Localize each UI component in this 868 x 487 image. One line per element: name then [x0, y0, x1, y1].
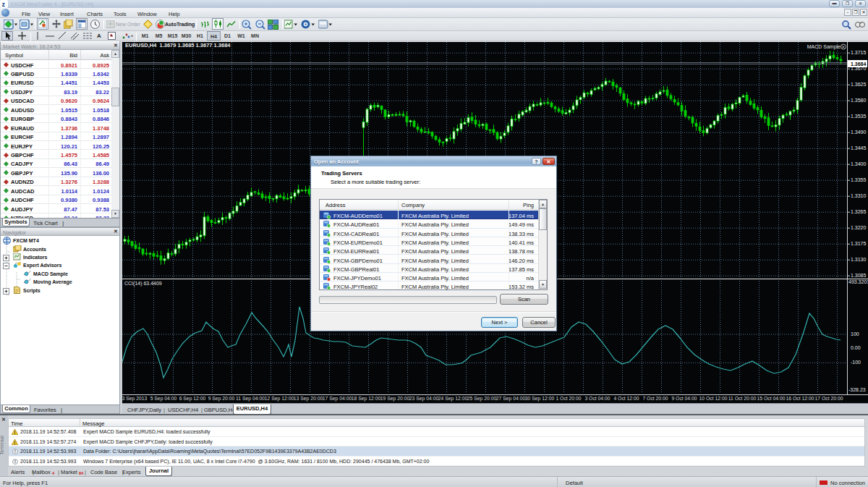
svg-text:1.3220: 1.3220 [851, 225, 867, 230]
svg-text:493.3201: 493.3201 [848, 279, 868, 284]
svg-text:1.3625: 1.3625 [851, 82, 867, 87]
svg-text:1.3580: 1.3580 [851, 98, 867, 103]
svg-text:1 Oct 20:00: 1 Oct 20:00 [556, 396, 581, 401]
svg-text:0.00: 0.00 [851, 345, 861, 350]
svg-text:17 Oct 20:00: 17 Oct 20:00 [815, 396, 843, 401]
svg-text:1.3535: 1.3535 [851, 114, 867, 119]
svg-text:1.3130: 1.3130 [851, 257, 867, 262]
svg-text:1.3355: 1.3355 [851, 177, 867, 182]
svg-text:15 Oct 04:00: 15 Oct 04:00 [757, 396, 786, 401]
svg-text:1.3085: 1.3085 [851, 273, 867, 278]
svg-text:27 Sep 04:00: 27 Sep 04:00 [496, 396, 526, 402]
svg-text:18 Sep 12:00: 18 Sep 12:00 [352, 396, 381, 402]
svg-text:9 Sep 20:00: 9 Sep 20:00 [208, 396, 235, 402]
svg-text:11 Sep 04:00: 11 Sep 04:00 [236, 396, 265, 402]
svg-text:1.3400: 1.3400 [851, 161, 867, 166]
svg-text:9 Oct 04:00: 9 Oct 04:00 [671, 396, 697, 401]
svg-text:7 Oct 20:00: 7 Oct 20:00 [642, 396, 668, 401]
svg-text:100: 100 [851, 331, 859, 336]
svg-text:16 Oct 12:00: 16 Oct 12:00 [786, 396, 814, 401]
svg-text:1.3175: 1.3175 [851, 241, 867, 246]
svg-text:1.3445: 1.3445 [851, 145, 867, 151]
svg-text:EURUSD,H4 1.3679 1.3685 1.367: EURUSD,H4 1.3679 1.3685 1.3677 1.3684 [125, 42, 231, 48]
svg-text:1.3490: 1.3490 [851, 130, 867, 135]
svg-text:1.3310: 1.3310 [851, 193, 867, 198]
svg-text:-328.23: -328.23 [848, 387, 866, 392]
svg-text:10 Oct 12:00: 10 Oct 12:00 [699, 396, 728, 401]
svg-text:25 Sep 20:00: 25 Sep 20:00 [467, 396, 497, 402]
svg-text:1.3265: 1.3265 [851, 209, 867, 214]
svg-text:CCI(14) 63.4409: CCI(14) 63.4409 [124, 281, 162, 287]
svg-text:6 Sep 12:00: 6 Sep 12:00 [179, 396, 206, 402]
svg-text:5 Sep 04:00: 5 Sep 04:00 [150, 396, 177, 402]
svg-text:17 Sep 04:00: 17 Sep 04:00 [323, 396, 352, 402]
svg-text:12 Sep 12:00: 12 Sep 12:00 [265, 396, 294, 402]
svg-text:-100: -100 [851, 360, 861, 365]
svg-text:MACD Sample: MACD Sample [807, 44, 841, 50]
svg-text:13 Sep 20:00: 13 Sep 20:00 [294, 396, 323, 402]
svg-text:3 Sep 2013: 3 Sep 2013 [122, 396, 148, 402]
svg-text:24 Sep 12:00: 24 Sep 12:00 [438, 396, 468, 402]
svg-text:19 Sep 20:00: 19 Sep 20:00 [380, 396, 410, 402]
svg-text:3 Oct 04:00: 3 Oct 04:00 [584, 396, 610, 401]
svg-text:1.3715: 1.3715 [851, 50, 867, 55]
svg-text:23 Sep 04:00: 23 Sep 04:00 [409, 396, 439, 402]
svg-text:4 Oct 12:00: 4 Oct 12:00 [613, 396, 639, 401]
svg-text:1.3684: 1.3684 [851, 62, 867, 67]
svg-text:30 Sep 12:00: 30 Sep 12:00 [525, 396, 555, 402]
svg-text:11 Oct 20:00: 11 Oct 20:00 [728, 396, 757, 401]
